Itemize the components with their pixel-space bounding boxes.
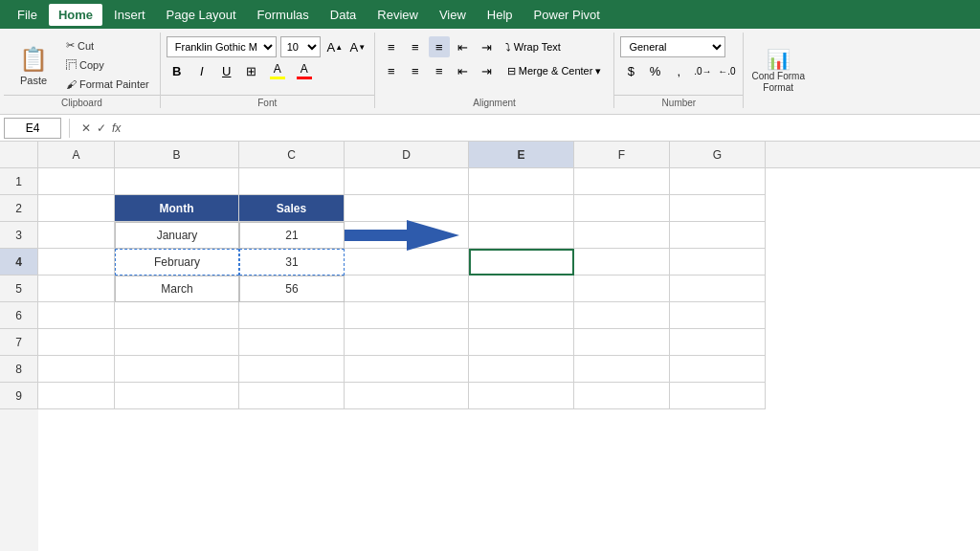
col-header-e[interactable]: E [469,142,574,167]
cell-e9[interactable] [469,383,574,409]
cancel-icon[interactable]: ✕ [81,121,91,135]
cell-g9[interactable] [670,383,766,409]
cell-b4-february[interactable]: February [115,249,239,276]
cell-f8[interactable] [574,356,670,383]
cell-f5[interactable] [574,276,670,302]
cell-e2[interactable] [469,195,574,222]
cell-f9[interactable] [574,383,670,409]
menu-view[interactable]: View [430,4,476,26]
align-bottom-center-button[interactable]: ≡ [405,60,426,81]
cell-a6[interactable] [38,302,115,329]
align-top-left-button[interactable]: ≡ [381,36,402,57]
cell-f1[interactable] [574,168,670,195]
cell-g4[interactable] [670,249,766,276]
menu-help[interactable]: Help [478,4,523,26]
col-header-c[interactable]: C [239,142,345,167]
align-bottom-left-button[interactable]: ≡ [381,60,402,81]
indent-decrease-button[interactable]: ⇤ [453,36,474,57]
font-size-select[interactable]: 10 [280,36,321,57]
cell-b1[interactable] [115,168,239,195]
cell-c4-sales2[interactable]: 31 [239,249,345,276]
cell-a4[interactable] [38,249,115,276]
cell-e7[interactable] [469,329,574,356]
cell-a1[interactable] [38,168,115,195]
cell-c3-sales1[interactable]: 21 [239,222,345,249]
align-top-right-button[interactable]: ≡ [429,36,450,57]
decrease-font-size-button[interactable]: A▼ [347,36,368,57]
cell-b5-march[interactable]: March [115,276,239,302]
cell-a5[interactable] [38,276,115,302]
comma-button[interactable]: , [668,60,689,81]
cell-d6[interactable] [345,302,469,329]
cell-c1[interactable] [239,168,345,195]
underline-button[interactable]: U [216,60,237,81]
cell-d7[interactable] [345,329,469,356]
cell-b7[interactable] [115,329,239,356]
cell-g6[interactable] [670,302,766,329]
cut-button[interactable]: ✂ Cut [61,36,154,55]
cell-f7[interactable] [574,329,670,356]
cell-c2-sales-header[interactable]: Sales [239,195,345,222]
cell-f4[interactable] [574,249,670,276]
cell-c5-sales3[interactable]: 56 [239,276,345,302]
font-name-select[interactable]: Franklin Gothic M [167,36,277,57]
cell-e1[interactable] [469,168,574,195]
cell-b9[interactable] [115,383,239,409]
cell-e8[interactable] [469,356,574,383]
cell-c6[interactable] [239,302,345,329]
align-bottom-right-button[interactable]: ≡ [429,60,450,81]
cond-format-button[interactable]: 📊 Cond Forma Format [749,46,807,96]
cell-g8[interactable] [670,356,766,383]
currency-button[interactable]: $ [620,60,641,81]
cell-c9[interactable] [239,383,345,409]
formula-input[interactable] [128,118,976,139]
function-icon[interactable]: fx [112,121,121,135]
indent-dec2-button[interactable]: ⇤ [453,60,474,81]
cell-a2[interactable] [38,195,115,222]
cell-d5[interactable] [345,276,469,302]
menu-data[interactable]: Data [321,4,366,26]
col-header-b[interactable]: B [115,142,239,167]
copy-button[interactable]: ⿸ Copy [61,56,154,74]
increase-decimal-button[interactable]: .0→ [692,60,713,81]
fill-color-button[interactable]: A [266,60,289,81]
menu-page-layout[interactable]: Page Layout [157,4,246,26]
col-header-a[interactable]: A [38,142,115,167]
indent-increase-button[interactable]: ⇥ [477,36,498,57]
percent-button[interactable]: % [644,60,665,81]
cell-f6[interactable] [574,302,670,329]
wrap-text-button[interactable]: ⤵ Wrap Text [501,38,566,55]
col-header-g[interactable]: G [670,142,766,167]
cell-b8[interactable] [115,356,239,383]
cell-f2[interactable] [574,195,670,222]
cell-b3-january[interactable]: January [115,222,239,249]
cell-a8[interactable] [38,356,115,383]
font-color-button[interactable]: A [293,60,316,81]
cell-g3[interactable] [670,222,766,249]
cell-e6[interactable] [469,302,574,329]
border-button[interactable]: ⊞ [241,60,262,81]
format-painter-button[interactable]: 🖌 Format Painter [61,76,154,93]
align-top-center-button[interactable]: ≡ [405,36,426,57]
cell-f3[interactable] [574,222,670,249]
menu-home[interactable]: Home [49,4,102,26]
decrease-decimal-button[interactable]: ←.0 [716,60,737,81]
cell-g5[interactable] [670,276,766,302]
cell-g1[interactable] [670,168,766,195]
cell-b2-month-header[interactable]: Month [115,195,239,222]
col-header-f[interactable]: F [574,142,670,167]
merge-center-button[interactable]: ⊟ Merge & Center ▾ [501,62,609,80]
col-header-d[interactable]: D [345,142,469,167]
cell-d1[interactable] [345,168,469,195]
menu-insert[interactable]: Insert [104,4,155,26]
paste-button[interactable]: 📋 Paste [10,36,57,93]
cell-b6[interactable] [115,302,239,329]
menu-file[interactable]: File [8,4,47,26]
cell-g7[interactable] [670,329,766,356]
cell-a3[interactable] [38,222,115,249]
cell-e3[interactable] [469,222,574,249]
menu-power-pivot[interactable]: Power Pivot [524,4,610,26]
italic-button[interactable]: I [191,60,212,81]
confirm-icon[interactable]: ✓ [97,121,106,135]
cell-a7[interactable] [38,329,115,356]
